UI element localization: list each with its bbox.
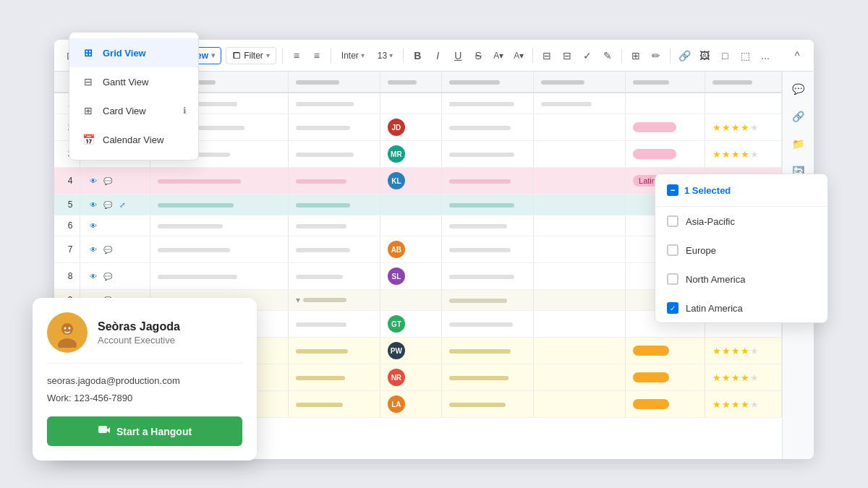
col-field2 [288, 72, 380, 93]
row-tag [626, 93, 705, 114]
asia-pacific-checkbox[interactable] [667, 215, 678, 227]
font-color-icon[interactable]: A▾ [511, 48, 527, 64]
bold-icon[interactable]: B [409, 48, 425, 64]
row-number: 6 [54, 215, 80, 236]
font-size-selector[interactable]: 13 ▾ [373, 48, 397, 63]
row-rating: ★★★★★ [705, 364, 781, 391]
row-field3 [441, 391, 533, 418]
eye-icon[interactable]: 👁 [88, 175, 99, 187]
strikethrough-icon[interactable]: S [470, 48, 486, 64]
highlight-color-icon[interactable]: A▾ [490, 48, 506, 64]
row-avatar-cell [380, 215, 441, 236]
row-actions: 👁 [80, 215, 150, 236]
contact-card: Seòras Jagoda Account Executive seoras.j… [33, 298, 257, 461]
asia-pacific-option[interactable]: Asia-Pacific [655, 207, 827, 236]
link-icon[interactable]: 🔗 [676, 48, 692, 64]
row-region [533, 290, 625, 311]
align-icon[interactable]: ⊟ [539, 48, 555, 64]
start-hangout-button[interactable]: Start a Hangout [47, 416, 242, 446]
avatar: KL [388, 172, 405, 189]
chevron-down-icon: ▾ [361, 51, 365, 59]
north-america-option[interactable]: North America [655, 265, 827, 294]
calendar-view-icon: 📅 [81, 132, 95, 147]
row-field3 [441, 215, 533, 236]
eye-icon[interactable]: 👁 [88, 220, 99, 231]
chat-icon[interactable]: 💬 [102, 270, 114, 282]
row-avatar-cell [380, 194, 441, 215]
col-avatar [380, 72, 441, 93]
collapse-icon[interactable]: ^ [789, 48, 805, 64]
row-field2 [288, 215, 380, 236]
contact-details: seoras.jagoda@production.com Work: 123-4… [47, 372, 242, 406]
more2-icon[interactable]: ⬚ [737, 48, 753, 64]
avatar [47, 312, 88, 353]
pen-icon[interactable]: ✎ [600, 48, 616, 64]
row-number: 4 [54, 168, 80, 194]
italic-icon[interactable]: I [430, 48, 446, 64]
row-avatar-cell: LA [380, 391, 441, 418]
row-name-cell [150, 263, 288, 290]
row-avatar-cell: PW [380, 338, 441, 364]
filter-button[interactable]: ⧠ Filter ▾ [226, 47, 276, 64]
underline-icon[interactable]: U [450, 48, 466, 64]
row-field3 [441, 141, 533, 168]
folder-icon[interactable]: 📁 [787, 132, 810, 155]
row-region [533, 391, 625, 418]
chat-icon[interactable]: 💬 [102, 175, 114, 187]
row-region [533, 311, 625, 338]
check-icon[interactable]: ✓ [579, 48, 595, 64]
row-number: 7 [54, 236, 80, 263]
col-region [533, 72, 625, 93]
link-icon[interactable]: 🔗 [787, 105, 810, 128]
divider-2 [282, 48, 283, 63]
eye-icon[interactable]: 👁 [88, 244, 99, 255]
row-field2 [288, 168, 380, 194]
comment-icon[interactable]: 💬 [787, 77, 810, 100]
calendar-view-option[interactable]: 📅 Calendar View [69, 125, 198, 154]
europe-option[interactable]: Europe [655, 236, 827, 265]
row-field2 [288, 263, 380, 290]
row-name-cell [150, 168, 288, 194]
more1-icon[interactable]: □ [717, 48, 733, 64]
row-avatar-cell [380, 93, 441, 114]
latin-america-option[interactable]: ✓ Latin America [655, 294, 827, 322]
avatar: PW [388, 342, 405, 359]
latin-america-checkbox[interactable]: ✓ [667, 302, 678, 314]
eye-icon[interactable]: 👁 [88, 270, 99, 282]
avatar: LA [388, 395, 405, 413]
font-selector[interactable]: Inter ▾ [337, 48, 369, 63]
star-rating: ★★★★ [712, 372, 750, 383]
row-region [533, 93, 625, 114]
filter-icon: ⧠ [232, 51, 241, 61]
more-options-icon[interactable]: ... [757, 48, 773, 64]
row-field2 [288, 364, 380, 391]
divider-7 [670, 48, 671, 63]
row-field3 [441, 311, 533, 338]
star-rating: ★★★★ [712, 346, 750, 356]
row-region [533, 364, 625, 391]
divider-6 [621, 48, 622, 63]
chat-icon[interactable]: 💬 [102, 199, 114, 210]
grid-view-option[interactable]: ⊞ Grid View [69, 38, 198, 67]
indent-icon[interactable]: ⊟ [559, 48, 575, 64]
row-field2 [288, 338, 380, 364]
row-field2 [288, 114, 380, 141]
europe-checkbox[interactable] [667, 244, 678, 256]
card-view-option[interactable]: ⊞ Card View ℹ [69, 96, 198, 125]
star-rating: ★★★★ [712, 122, 750, 133]
expand-icon[interactable]: ⤢ [116, 199, 128, 210]
chat-icon[interactable]: 💬 [102, 244, 114, 255]
row-avatar-cell: JD [380, 114, 441, 141]
highlight2-icon[interactable]: ✏ [648, 48, 664, 64]
align-left-icon[interactable]: ≡ [289, 48, 305, 64]
latin-america-label: Latin America [686, 303, 743, 314]
north-america-checkbox[interactable] [667, 273, 678, 285]
align-right-icon[interactable]: ≡ [309, 48, 325, 64]
table-grid-icon[interactable]: ⊞ [628, 48, 644, 64]
gantt-view-option[interactable]: ⊟ Gantt View [69, 67, 198, 96]
row-field3 [441, 263, 533, 290]
image-icon[interactable]: 🖼 [697, 48, 712, 64]
north-america-label: North America [686, 274, 745, 285]
eye-icon[interactable]: 👁 [88, 199, 99, 210]
divider-3 [331, 48, 331, 63]
